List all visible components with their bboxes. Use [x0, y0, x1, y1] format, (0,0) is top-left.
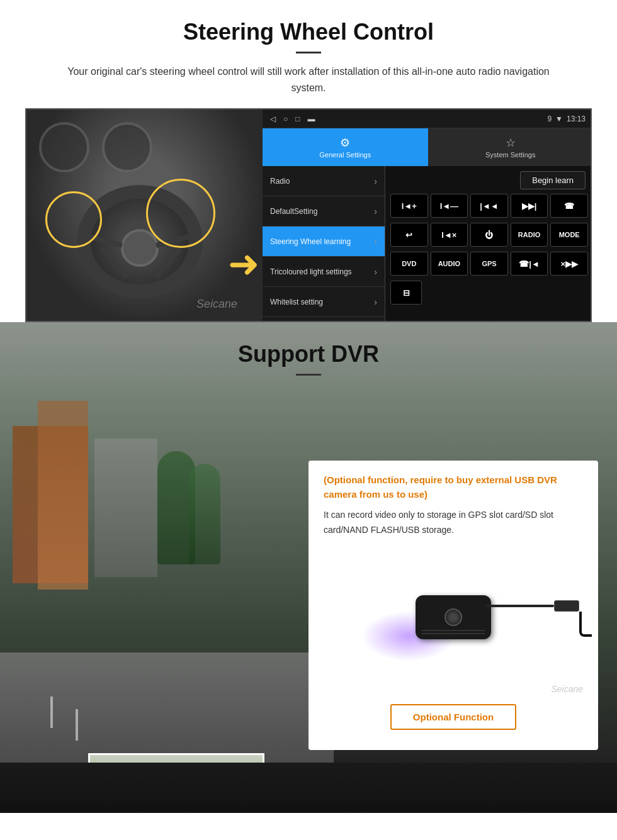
control-buttons-row2: ↩ I◄× ⏻ RADIO MODE — [388, 220, 591, 249]
android-nav-icons: ◁ ○ □ ▬ — [270, 115, 315, 123]
dvr-watermark: Seicane — [324, 684, 583, 694]
menu-icon: ▬ — [308, 115, 315, 123]
menu-item-whitelist[interactable]: Whitelist setting › — [263, 287, 385, 317]
steering-button-area: Begin learn I◄+ I◄— |◄◄ ▶▶| ☎ ↩ I◄× ⏻ — [385, 166, 592, 322]
power-btn[interactable]: ⏻ — [470, 223, 508, 247]
wifi-icon: ▼ — [555, 115, 563, 123]
audio-btn[interactable]: AUDIO — [431, 252, 468, 276]
menu-item-default-setting[interactable]: DefaultSetting › — [263, 196, 385, 227]
gps-btn[interactable]: GPS — [470, 252, 508, 276]
begin-learn-row: Begin learn — [388, 169, 591, 191]
time-display: 13:13 — [567, 115, 586, 123]
menu-steering-chevron: › — [374, 237, 377, 247]
steering-description: Your original car's steering wheel contr… — [57, 64, 560, 96]
menu-item-tricoloured[interactable]: Tricoloured light settings › — [263, 257, 385, 287]
android-topbar: ◁ ○ □ ▬ 9 ▼ 13:13 — [263, 109, 592, 128]
tab-system-label: System Settings — [485, 151, 535, 159]
mode-btn[interactable]: MODE — [550, 223, 588, 247]
settings-tabs: ⚙ General Settings ☆ System Settings — [263, 128, 592, 166]
back-icon: ◁ — [270, 115, 276, 123]
steering-wheel-photo: ➜ Seicane — [26, 109, 263, 322]
signal-icon: 9 — [547, 115, 552, 123]
dvr-dashboard — [0, 763, 617, 813]
extra-btn[interactable]: ⊟ — [390, 281, 422, 305]
tab-general-settings[interactable]: ⚙ General Settings — [263, 128, 428, 166]
menu-steering-label: Steering Wheel learning — [270, 237, 351, 246]
android-settings-ui: ◁ ○ □ ▬ 9 ▼ 13:13 ⚙ General Settings — [263, 109, 592, 322]
home-icon: ○ — [283, 115, 288, 123]
menu-default-chevron: › — [374, 206, 377, 216]
menu-whitelist-chevron: › — [374, 297, 377, 307]
phone-prev-btn[interactable]: ☎|◄ — [511, 252, 548, 276]
begin-learn-button[interactable]: Begin learn — [520, 171, 586, 189]
sw-watermark-left: Seicane — [196, 298, 237, 311]
menu-tricoloured-label: Tricoloured light settings — [270, 267, 352, 276]
dvr-title-area: Support DVR — [0, 322, 617, 388]
vol-up-btn[interactable]: I◄+ — [390, 194, 428, 218]
tab-system-settings[interactable]: ☆ System Settings — [428, 128, 592, 166]
android-body: Radio › DefaultSetting › Steering Wheel … — [263, 166, 592, 322]
mute-btn[interactable]: I◄× — [431, 223, 468, 247]
steering-title: Steering Wheel Control — [25, 19, 592, 45]
optional-function-button[interactable]: Optional Function — [390, 704, 516, 730]
settings-menu: Radio › DefaultSetting › Steering Wheel … — [263, 166, 385, 322]
sw-highlight-left — [45, 191, 102, 248]
dvd-btn[interactable]: DVD — [390, 252, 428, 276]
phone-btn[interactable]: ☎ — [550, 194, 588, 218]
control-buttons-row1: I◄+ I◄— |◄◄ ▶▶| ☎ — [388, 191, 591, 220]
sw-highlight-right — [146, 179, 215, 248]
dvr-description: It can record video only to storage in G… — [324, 508, 583, 538]
menu-item-steering-wheel[interactable]: Steering Wheel learning › — [263, 227, 385, 257]
menu-tricoloured-chevron: › — [374, 267, 377, 277]
menu-radio-chevron: › — [374, 176, 377, 186]
android-status-bar: 9 ▼ 13:13 — [547, 115, 586, 123]
phone-next-btn[interactable]: ×▶▶ — [550, 252, 588, 276]
dvr-optional-note: (Optional function, require to buy exter… — [324, 473, 583, 501]
dvr-info-box: (Optional function, require to buy exter… — [308, 461, 598, 750]
camera-lens — [444, 608, 462, 626]
tab-general-label: General Settings — [319, 151, 371, 159]
dvr-camera-body — [416, 595, 491, 639]
dvr-camera-image — [324, 548, 583, 674]
steering-section: Steering Wheel Control Your original car… — [0, 0, 617, 322]
dvr-section: Support DVR — [0, 322, 617, 813]
prev-btn[interactable]: |◄◄ — [470, 194, 508, 218]
sw-arrow: ➜ — [228, 242, 259, 286]
title-divider — [296, 52, 321, 53]
radio-btn[interactable]: RADIO — [511, 223, 548, 247]
dvr-divider — [296, 374, 321, 376]
dvr-title: Support DVR — [0, 341, 617, 367]
back-call-btn[interactable]: ↩ — [390, 223, 428, 247]
menu-item-radio[interactable]: Radio › — [263, 166, 385, 196]
steering-screenshot: ➜ Seicane ◁ ○ □ ▬ 9 ▼ 13:13 — [25, 108, 592, 322]
menu-default-label: DefaultSetting — [270, 207, 317, 216]
recent-icon: □ — [295, 115, 300, 123]
general-settings-icon: ⚙ — [340, 136, 350, 150]
menu-whitelist-label: Whitelist setting — [270, 298, 323, 306]
control-buttons-row3: DVD AUDIO GPS ☎|◄ ×▶▶ — [388, 249, 591, 278]
next-btn[interactable]: ▶▶| — [511, 194, 548, 218]
vol-down-btn[interactable]: I◄— — [431, 194, 468, 218]
menu-radio-label: Radio — [270, 177, 290, 186]
system-settings-icon: ☆ — [506, 136, 516, 150]
